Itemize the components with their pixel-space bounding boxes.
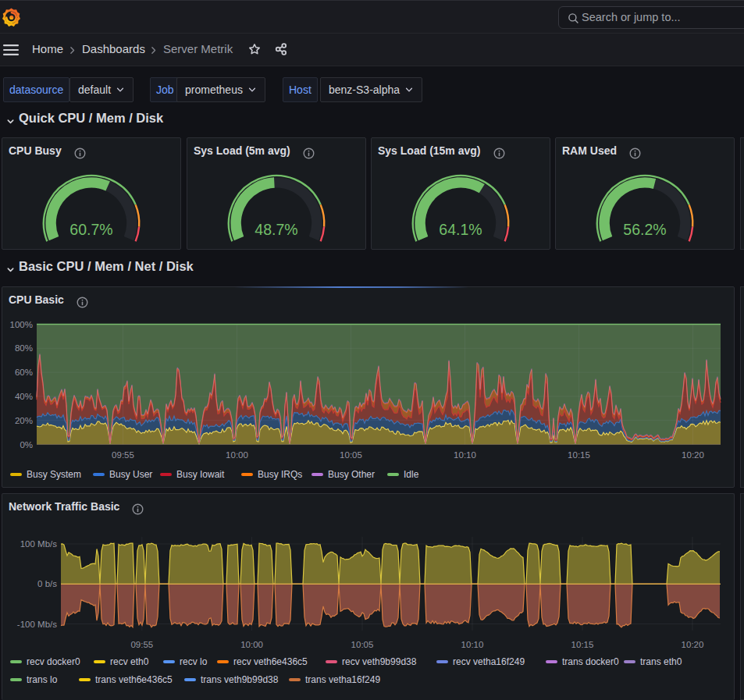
svg-text:60.7%: 60.7% <box>69 221 112 238</box>
svg-text:48.7%: 48.7% <box>255 221 297 238</box>
svg-text:64.1%: 64.1% <box>439 221 482 238</box>
svg-text:56.2%: 56.2% <box>623 221 666 238</box>
